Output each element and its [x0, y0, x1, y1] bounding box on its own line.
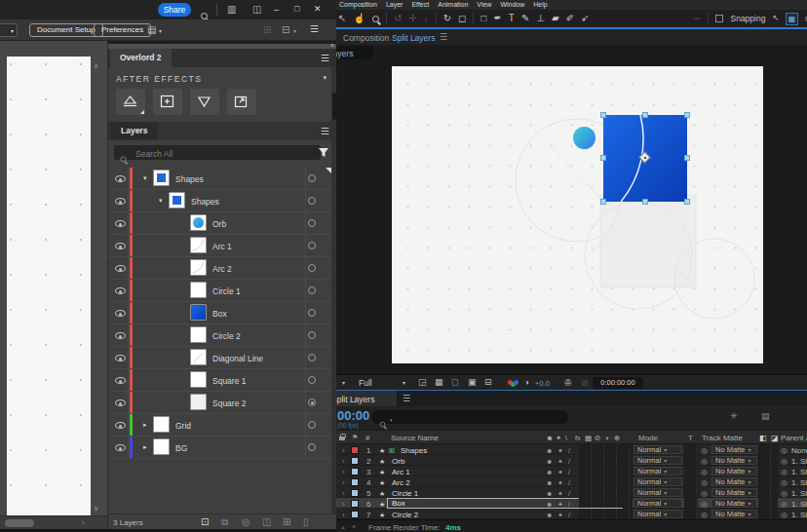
layer-thumbnail[interactable] [190, 282, 207, 298]
visibility-eye-icon[interactable] [115, 355, 126, 361]
eraser-tool[interactable]: ▰ [552, 10, 559, 27]
switch-cells[interactable] [579, 444, 633, 454]
matte-cells[interactable] [758, 498, 778, 508]
collapse-icon[interactable]: ✦ [557, 446, 563, 455]
quality-icon[interactable]: / [568, 468, 570, 476]
collapse-icon[interactable]: ✦ [557, 457, 563, 466]
ai-artboard[interactable] [7, 57, 91, 515]
matte-pickwhip-icon[interactable]: ◎ [701, 511, 708, 519]
matte-cells[interactable] [758, 476, 778, 486]
t-header[interactable]: T [688, 434, 693, 442]
snapshot-camera-icon[interactable]: ✇ [564, 379, 572, 388]
layer-row[interactable]: Square 2 [108, 392, 331, 414]
mask-icon[interactable]: ◫ [262, 517, 271, 527]
layer-row[interactable]: Square 1 [108, 369, 331, 392]
shy-icon[interactable]: ☻ [546, 468, 553, 476]
toggle-up-icon[interactable]: ▲ [340, 524, 346, 530]
layer-thumbnail[interactable] [190, 237, 207, 253]
panel-menu-icon[interactable]: ☰ [403, 395, 410, 403]
visibility-eye-icon[interactable] [115, 332, 126, 339]
visibility-eye-icon[interactable] [115, 444, 126, 451]
shy-icon[interactable]: ☻ [546, 500, 553, 509]
layer-thumbnail[interactable] [190, 259, 207, 276]
t-cell[interactable] [684, 498, 698, 508]
t-cell[interactable] [684, 487, 698, 497]
quality-icon[interactable]: / [568, 478, 570, 487]
preserve-underlying-icon[interactable]: ◧ [759, 434, 767, 442]
always-preview-icon[interactable]: ◲ [418, 378, 427, 387]
maximize-icon[interactable]: □ [294, 5, 299, 14]
parent-header[interactable]: Parent & L [781, 434, 807, 442]
label-color-swatch[interactable] [351, 457, 359, 465]
label-color-swatch[interactable] [351, 446, 359, 454]
layer-row[interactable]: Circle 1 [108, 280, 331, 302]
expand-chevron-icon[interactable]: › [342, 446, 345, 455]
exposure-icon[interactable]: ◑ [524, 379, 529, 387]
layer-name[interactable]: Orb [212, 219, 226, 229]
preferences-button[interactable]: Preferences [94, 23, 151, 37]
menu-effect[interactable]: Effect [411, 0, 429, 10]
layer-thumbnail[interactable] [190, 304, 207, 321]
snapping-label[interactable]: Snapping [730, 14, 765, 23]
timeline-layer-row[interactable]: ›2★Orb☻✦/Normal▾◎No Matte▾◎1. Shapes [336, 455, 807, 466]
chevron-down-icon[interactable]: ▾ [403, 380, 405, 386]
switch-cells[interactable] [579, 476, 633, 486]
quality-icon[interactable]: / [568, 500, 570, 509]
label-color-swatch[interactable] [351, 478, 359, 486]
switch-cells[interactable] [579, 455, 633, 465]
parent-pickwhip-icon[interactable]: ◎ [781, 446, 788, 455]
grid-icon[interactable]: ⊞ [263, 25, 271, 35]
search-icon[interactable] [201, 13, 208, 19]
layer-name[interactable]: Circle 1 [392, 489, 418, 498]
track-matte-dropdown[interactable]: No Matte▾ [711, 477, 757, 486]
switch-cells[interactable] [579, 509, 633, 518]
track-matte-dropdown[interactable]: No Matte▾ [711, 456, 757, 465]
comp-frame-icon[interactable] [153, 89, 182, 115]
matte-pickwhip-icon[interactable]: ◎ [701, 489, 708, 498]
layer-name[interactable]: Shapes [175, 174, 204, 184]
expand-chevron-icon[interactable]: › [342, 489, 345, 498]
target-icon[interactable] [308, 174, 316, 182]
new-layer-icon[interactable]: ⊞ [283, 517, 290, 527]
shy-icon[interactable]: ☻ [546, 446, 553, 455]
layer-thumbnail[interactable] [190, 349, 207, 365]
roto-brush-tool[interactable]: ✐ [566, 10, 574, 27]
frame-blend-icon[interactable]: ▦ [585, 434, 592, 442]
scroll-right-icon[interactable]: › [82, 519, 85, 527]
expand-chevron-icon[interactable]: › [342, 457, 345, 466]
layer-name[interactable]: Arc 2 [212, 264, 232, 274]
layers-search-input[interactable]: Search All [114, 145, 321, 160]
export-doc-icon[interactable] [227, 89, 256, 115]
graph-editor-icon[interactable]: ✳ [730, 412, 738, 421]
adjustment-icon[interactable]: ◑ [604, 434, 609, 442]
mask-expansion-icon[interactable]: ▦ [786, 13, 798, 25]
roi-icon[interactable]: ◻ [451, 378, 458, 387]
document-setup-button[interactable]: Document Setup [29, 23, 103, 37]
timeline-layer-row[interactable]: ›5★Circle 1☻✦/Normal▾◎No Matte▾◎1. Shape… [336, 487, 807, 498]
ai-hscrollbar[interactable]: › [0, 515, 107, 529]
target-icon[interactable] [308, 286, 316, 294]
current-time[interactable]: 00:00 [337, 408, 369, 423]
comp-canvas[interactable] [392, 66, 763, 363]
section-chevron-icon[interactable]: ▾ [323, 74, 327, 81]
transparency-grid-icon[interactable]: ▣ [468, 378, 477, 387]
expand-chevron-icon[interactable]: › [342, 511, 345, 519]
shy-icon[interactable]: ☻ [546, 489, 553, 498]
view-timecode[interactable]: 0:00:00:00 [593, 377, 643, 389]
blend-mode-dropdown[interactable]: Normal▾ [634, 510, 682, 518]
parent-pickwhip-icon[interactable]: ◎ [781, 457, 788, 466]
blend-mode-dropdown[interactable]: Normal▾ [634, 499, 682, 508]
layer-row[interactable]: Box [108, 302, 331, 324]
selection-handle[interactable] [684, 112, 690, 118]
blend-mode-dropdown[interactable]: Normal▾ [634, 488, 682, 497]
scroll-down-icon[interactable]: ∨ [94, 505, 98, 512]
artboard-icon[interactable]: ⊡ [201, 517, 209, 527]
blend-mode-dropdown[interactable]: Normal▾ [634, 445, 682, 454]
timeline-layer-row[interactable]: ›7★Circle 2☻✦/Normal▾◎No Matte▾◎1. Shape… [336, 509, 807, 519]
visibility-eye-icon[interactable] [115, 310, 126, 317]
parent-pickwhip-icon[interactable]: ◎ [781, 468, 788, 476]
layer-row[interactable]: Arc 2 [108, 257, 331, 280]
layer-name[interactable]: Square 1 [212, 376, 247, 386]
type-tool[interactable]: T [509, 10, 515, 27]
clone-stamp-tool[interactable]: ⊥ [536, 10, 545, 27]
